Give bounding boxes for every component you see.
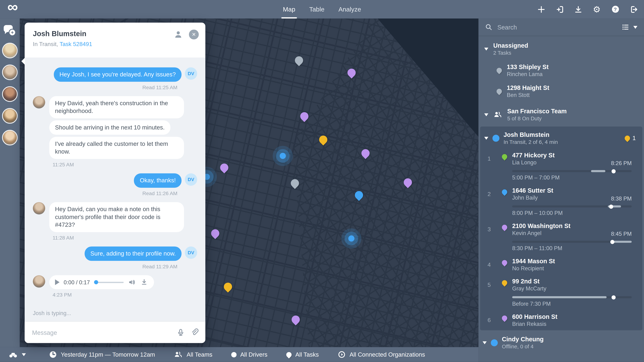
message-bubble: Hey David, can you make a note on this c… xyxy=(49,202,184,232)
task-row[interactable]: 32100 Washington StKevin Angel8:45 PM8:3… xyxy=(480,220,642,255)
binoculars-icon xyxy=(8,350,18,359)
task-recipient: No Recipient xyxy=(512,265,544,272)
audio-seek-slider[interactable] xyxy=(94,282,124,283)
chat-messages: Hey Josh, I see you're delayed. Any issu… xyxy=(25,58,205,321)
task-row[interactable]: 1298 Haight St Ben Stott xyxy=(478,81,644,102)
settings-gear-icon[interactable]: ⚙ xyxy=(592,5,601,14)
download-audio-icon[interactable] xyxy=(140,278,148,286)
driver-location-dot[interactable] xyxy=(280,153,286,159)
task-row[interactable]: 21646 Sutter StJohn Baily8:38 PM8:00 PM … xyxy=(480,184,642,219)
message-bubble: Hey David, yeah there's construction in … xyxy=(49,96,184,118)
help-icon[interactable]: ? xyxy=(611,5,620,14)
driver-status: Offline, 0 of 4 xyxy=(502,343,544,350)
app-window: ∞ Map Table Analyze ⚙ ? + xyxy=(0,0,644,362)
avatar[interactable] xyxy=(2,43,18,58)
message-receipt: Read 11:29 AM xyxy=(33,264,197,270)
group-subtitle: 2 Tasks xyxy=(493,49,528,56)
task-address: 1646 Sutter St xyxy=(512,186,632,194)
task-row[interactable]: 41944 Mason StNo Recipient xyxy=(480,255,642,275)
task-row[interactable]: 599 2nd StGray McCartyBefore 7:30 PM xyxy=(480,275,642,310)
message-input[interactable] xyxy=(31,328,171,336)
message-outgoing: Hey Josh, I see you're delayed. Any issu… xyxy=(33,68,197,82)
collapse-caret-icon[interactable] xyxy=(484,113,488,116)
logout-icon[interactable] xyxy=(629,5,638,14)
driver-name: Josh Blumstein xyxy=(504,130,558,138)
filter-teams[interactable]: All Teams xyxy=(174,350,212,359)
team-icon xyxy=(174,350,183,359)
message-timestamp: 11:25 AM xyxy=(33,162,197,168)
task-eta: 8:45 PM xyxy=(611,231,632,237)
task-time-window: 8:30 PM – 11:00 PM xyxy=(512,245,632,252)
play-icon[interactable] xyxy=(55,279,60,285)
message-incoming: Hey David, yeah there's construction in … xyxy=(33,96,197,159)
filter-organizations[interactable]: All Connected Organizations xyxy=(338,350,425,359)
group-subtitle: 5 of 8 On Duty xyxy=(507,115,567,122)
task-link[interactable]: Task 528491 xyxy=(60,41,92,47)
task-pin-icon xyxy=(500,153,508,160)
mic-icon[interactable] xyxy=(176,328,185,336)
tab-map[interactable]: Map xyxy=(283,0,296,18)
export-download-icon[interactable] xyxy=(574,5,583,14)
driver-row-cindy[interactable]: Cindy Cheung Offline, 0 of 4 xyxy=(478,331,644,353)
task-time-window: 5:00 PM – 7:00 PM xyxy=(512,174,632,182)
task-address: 133 Shipley St xyxy=(507,63,548,71)
task-address: 477 Hickory St xyxy=(512,151,632,159)
new-chat-icon[interactable]: + xyxy=(4,24,16,37)
topbar-actions: ⚙ ? xyxy=(537,0,638,18)
task-pin-icon xyxy=(500,259,508,266)
chat-driver-status: In Transit, Task 528491 xyxy=(33,41,92,47)
filter-date-range[interactable]: Yesterday 11pm — Tomorrow 12am xyxy=(49,350,155,359)
filter-bar: Yesterday 11pm — Tomorrow 12am All Teams… xyxy=(0,347,478,362)
task-row[interactable]: 133 Shipley St Rinchen Lama xyxy=(478,60,644,81)
task-time-window: Before 7:30 PM xyxy=(512,301,632,308)
avatar[interactable] xyxy=(2,108,18,124)
task-recipient: Kevin Angel xyxy=(512,230,542,237)
message-outgoing: Okay, thanks! DV xyxy=(33,173,197,188)
person-icon[interactable] xyxy=(174,30,183,39)
task-pin-icon xyxy=(500,188,508,196)
task-number: 4 xyxy=(480,257,498,272)
avatar[interactable] xyxy=(2,86,18,102)
filter-label: All Tasks xyxy=(296,351,319,358)
volume-icon[interactable] xyxy=(128,278,136,286)
task-number: 3 xyxy=(480,222,498,252)
avatar: DV xyxy=(185,246,197,259)
group-sf-team[interactable]: San Francisco Team 5 of 8 On Duty xyxy=(478,102,644,126)
import-tasks-icon[interactable] xyxy=(555,5,564,14)
collapse-caret-icon[interactable] xyxy=(482,341,487,344)
sidebar-search-row xyxy=(478,18,644,36)
group-title: Unassigned xyxy=(493,42,528,49)
chat-panel: Josh Blumstein In Transit, Task 528491 ✕… xyxy=(25,23,205,343)
driver-status-dot xyxy=(491,339,498,346)
conversation-rail: + xyxy=(0,18,20,347)
task-number: 5 xyxy=(480,277,498,308)
list-view-icon[interactable] xyxy=(622,24,629,31)
search-input[interactable] xyxy=(496,23,618,31)
avatar[interactable] xyxy=(2,64,18,80)
message-bubble: Okay, thanks! xyxy=(134,173,182,188)
avatar[interactable] xyxy=(2,130,18,146)
filter-tasks[interactable]: All Tasks xyxy=(286,351,318,358)
close-icon[interactable]: ✕ xyxy=(189,30,199,40)
driver-location-dot[interactable] xyxy=(348,236,354,242)
task-row[interactable]: 1477 Hickory StLia Longo8:26 PM5:00 PM –… xyxy=(480,149,642,184)
collapse-caret-icon[interactable] xyxy=(484,137,488,140)
task-recipient: Ben Stott xyxy=(507,92,549,99)
scope-selector[interactable] xyxy=(8,350,26,359)
filter-drivers[interactable]: All Drivers xyxy=(231,351,267,358)
add-task-icon[interactable] xyxy=(537,5,546,14)
task-pin-icon xyxy=(496,67,503,74)
group-unassigned[interactable]: Unassigned 2 Tasks xyxy=(478,36,644,60)
collapse-caret-icon[interactable] xyxy=(484,48,488,50)
attachment-icon[interactable] xyxy=(190,328,199,336)
audio-time: 0:00 / 0:17 xyxy=(64,279,90,285)
group-title: San Francisco Team xyxy=(507,107,567,115)
task-recipient: Lia Longo xyxy=(512,159,536,166)
task-row[interactable]: 6600 Harrison StBrian Rekasis xyxy=(480,310,642,330)
tab-analyze[interactable]: Analyze xyxy=(338,0,361,18)
driver-row-josh[interactable]: Josh Blumstein In Transit, 2 of 6, 4 min… xyxy=(480,126,642,149)
message-receipt: Read 11:25 AM xyxy=(33,85,197,90)
tab-table[interactable]: Table xyxy=(309,0,324,18)
avatar: DV xyxy=(185,68,197,80)
chevron-down-icon[interactable] xyxy=(634,26,638,28)
